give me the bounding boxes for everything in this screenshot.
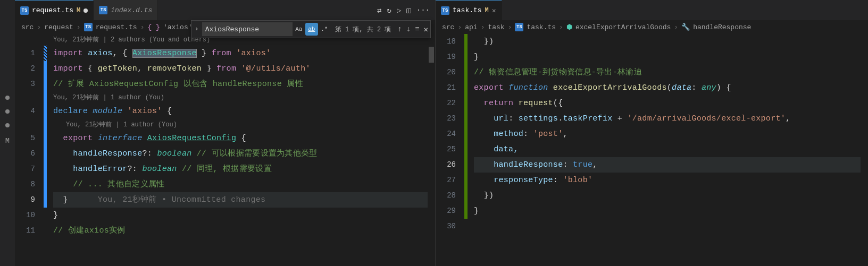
close-icon[interactable]: ✕ — [422, 25, 430, 34]
gutter: 18 19 20 21 22 23 24 25 26 27 28 29 30 — [436, 34, 468, 266]
scm-modified-icon: M — [77, 7, 80, 14]
code-area[interactable]: You, 21秒钟前 | 2 authors (You and others) … — [47, 34, 435, 266]
tab-request-ts[interactable]: TS request.ts M — [15, 0, 94, 20]
breadcrumb-item[interactable]: excelExportArrivalGoods — [575, 23, 671, 31]
code-line: handleResponse?: boolean // 可以根据需要设置为其他类… — [53, 146, 435, 161]
tab-label: request.ts — [32, 6, 73, 14]
next-match-icon[interactable]: ↓ — [404, 25, 413, 33]
close-icon[interactable]: ✕ — [492, 6, 496, 15]
tab-label: index.d.ts — [111, 6, 152, 14]
gutter: 1 2 3 4 5 6 7 8 9 10 11 — [15, 34, 47, 266]
code-line: declare module 'axios' { — [53, 104, 435, 119]
breadcrumb-item[interactable]: api — [465, 23, 477, 31]
activity-indicator — [5, 96, 10, 100]
dirty-indicator-icon[interactable] — [84, 8, 88, 13]
code-line: export interface AxiosRequestConfig { — [53, 131, 435, 146]
code-line: responseType: 'blob' — [474, 173, 868, 188]
code-lens[interactable]: You, 21秒钟前 | 1 author (You) — [53, 92, 435, 104]
editor-left[interactable]: 1 2 3 4 5 6 7 8 9 10 11 You, 21秒钟前 | 2 a… — [15, 34, 435, 266]
code-area[interactable]: }) } // 物资信息管理-到货物资信息-导出-林渝迪 export func… — [468, 34, 868, 266]
code-line: // 物资信息管理-到货物资信息-导出-林渝迪 — [474, 65, 868, 80]
prev-match-icon[interactable]: ↑ — [395, 25, 404, 33]
activity-indicator — [5, 123, 10, 127]
method-icon: ⬢ — [566, 23, 572, 31]
typescript-icon: TS — [84, 23, 93, 31]
find-widget: › Aa ab .* 第 1 项, 共 2 项 ↑ ↓ ≡ ✕ — [191, 20, 431, 38]
run-icon[interactable]: ▷ — [397, 6, 401, 15]
find-in-selection-icon[interactable]: ≡ — [413, 25, 421, 33]
tab-label: task.ts — [453, 6, 482, 14]
code-line — [474, 219, 868, 234]
chevron-right-icon: › — [140, 23, 145, 31]
breadcrumb-item[interactable]: handleResponse — [693, 23, 751, 31]
code-line: data, — [474, 142, 868, 157]
inline-blame: You, 21秒钟前 • Uncommitted changes — [98, 195, 266, 204]
activity-indicator — [5, 109, 10, 114]
code-line: }) — [474, 34, 868, 49]
regex-icon[interactable]: .* — [318, 23, 331, 36]
find-status: 第 1 项, 共 2 项 — [331, 25, 396, 34]
chevron-right-icon: › — [37, 23, 41, 31]
namespace-icon: { } — [147, 23, 160, 31]
tab-index-dts[interactable]: TS index.d.ts — [94, 0, 158, 20]
editor-right[interactable]: 18 19 20 21 22 23 24 25 26 27 28 29 30 }… — [436, 34, 868, 266]
property-icon: 🔧 — [681, 23, 690, 31]
breadcrumb[interactable]: src› api› task› TS task.ts› ⬢ excelExpor… — [436, 20, 868, 34]
find-input[interactable] — [202, 22, 293, 36]
tab-task-ts[interactable]: TS task.ts M ✕ — [436, 0, 502, 20]
breadcrumb-item[interactable]: task.ts — [527, 23, 556, 31]
code-line: url: settings.taskPrefix + '/adm/arrival… — [474, 111, 868, 126]
activity-bar: M — [0, 0, 15, 266]
scm-modified-badge: M — [5, 137, 10, 145]
breadcrumb-item[interactable]: src — [21, 23, 34, 31]
code-lens[interactable]: You, 21秒钟前 | 1 author (You) — [53, 119, 435, 131]
code-line: } — [53, 208, 435, 223]
breadcrumb-item[interactable]: 'axios' — [163, 23, 193, 31]
minimap[interactable] — [428, 34, 435, 266]
whole-word-icon[interactable]: ab — [305, 23, 318, 36]
code-line: // 创建axios实例 — [53, 223, 435, 238]
editor-group-left: TS request.ts M TS index.d.ts ⇄ ↻ ▷ ◫ ··… — [15, 0, 435, 266]
breadcrumb-item[interactable]: src — [442, 23, 454, 31]
history-icon[interactable]: ↻ — [387, 6, 391, 15]
typescript-icon: TS — [20, 6, 29, 15]
minimap[interactable] — [861, 34, 868, 266]
tab-actions: ⇄ ↻ ▷ ◫ ··· — [372, 0, 435, 20]
breadcrumb-item[interactable]: task — [488, 23, 504, 31]
code-line: return request({ — [474, 96, 868, 111]
code-line: method: 'post', — [474, 126, 868, 142]
more-icon[interactable]: ··· — [416, 6, 430, 14]
code-line: // 扩展 AxiosRequestConfig 以包含 handleRespo… — [53, 76, 435, 92]
compare-icon[interactable]: ⇄ — [377, 6, 381, 15]
code-line: import { getToken, removeToken } from '@… — [53, 61, 435, 76]
typescript-icon: TS — [99, 6, 107, 14]
chevron-right-icon: › — [77, 23, 81, 31]
code-line: } — [474, 49, 868, 65]
breadcrumb-item[interactable]: request.ts — [96, 23, 137, 31]
typescript-icon: TS — [515, 23, 523, 31]
code-line: } You, 21秒钟前 • Uncommitted changes — [53, 192, 435, 208]
code-line: import axios, { AxiosResponse } from 'ax… — [53, 46, 435, 61]
toggle-replace-icon[interactable]: › — [191, 25, 202, 33]
code-line: }) — [474, 188, 868, 203]
code-line: handleResponse: true, — [474, 157, 868, 173]
code-line: // ... 其他自定义属性 — [53, 177, 435, 192]
case-sensitive-icon[interactable]: Aa — [293, 23, 305, 36]
tab-bar: TS task.ts M ✕ — [436, 0, 868, 20]
split-icon[interactable]: ◫ — [406, 6, 411, 15]
code-line: } — [474, 203, 868, 219]
tab-bar: TS request.ts M TS index.d.ts ⇄ ↻ ▷ ◫ ··… — [15, 0, 435, 20]
code-line: handleError?: boolean // 同理, 根据需要设置 — [53, 161, 435, 177]
typescript-icon: TS — [441, 6, 449, 15]
code-line: export function excelExportArrivalGoods(… — [474, 80, 868, 96]
breadcrumb-item[interactable]: request — [44, 23, 73, 31]
scm-modified-icon: M — [485, 7, 489, 14]
editor-group-right: TS task.ts M ✕ src› api› task› TS task.t… — [435, 0, 868, 266]
